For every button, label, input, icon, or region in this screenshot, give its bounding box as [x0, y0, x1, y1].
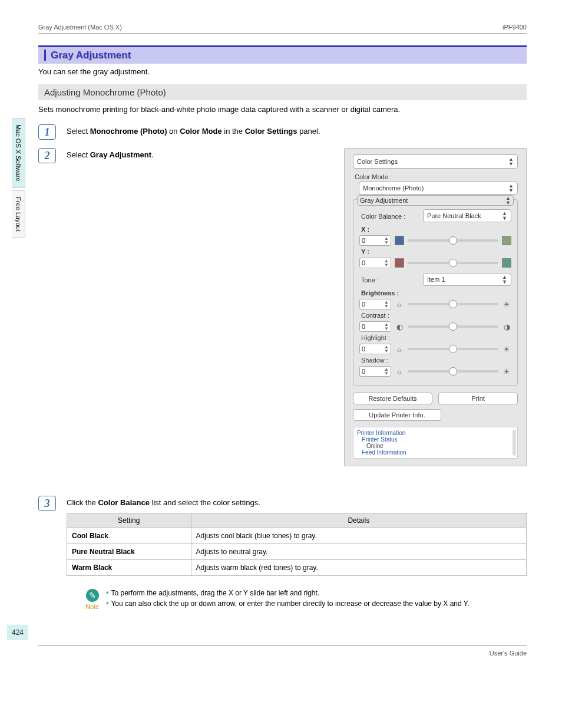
sun-dim-icon: ☼ — [395, 345, 404, 354]
updown-icon: ▲▼ — [502, 211, 507, 220]
header-left: Gray Adjustment (Mac OS X) — [38, 24, 122, 31]
panel-dropdown[interactable]: Color Settings▲▼ — [353, 154, 518, 169]
y-slider[interactable] — [408, 262, 498, 264]
x-label: X : — [361, 226, 511, 233]
side-tab-macosx[interactable]: Mac OS X Software — [12, 118, 25, 188]
step-2: 2 Color Settings▲▼ Color Mode : Monochro… — [38, 148, 527, 478]
updown-icon: ▲▼ — [508, 183, 514, 193]
cell-cool-black: Cool Black — [67, 528, 191, 544]
color-balance-label: Color Balance : — [361, 213, 405, 220]
feed-information: Feed Information — [357, 449, 514, 456]
color-mode-label: Color Mode : — [355, 173, 518, 180]
step-1: 1 Select Monochrome (Photo) on Color Mod… — [38, 124, 527, 140]
brightness-stepper[interactable]: 0▲▼ — [359, 299, 391, 309]
th-setting: Setting — [67, 513, 191, 528]
x-slider[interactable] — [408, 239, 498, 242]
sun-dim-icon: ☼ — [395, 300, 404, 309]
section-title: Gray Adjustment — [44, 50, 131, 61]
print-button[interactable]: Print — [438, 393, 518, 404]
cell-cool-black-desc: Adjusts cool black (blue tones) to gray. — [191, 528, 526, 544]
swatch-green — [502, 236, 511, 245]
table-row: Warm Black Adjusts warm black (red tones… — [67, 560, 527, 576]
update-printer-info-button[interactable]: Update Printer Info. — [353, 409, 441, 421]
shadow-slider[interactable] — [408, 370, 498, 373]
printer-information: Printer Information — [357, 430, 514, 436]
y-label: Y : — [361, 248, 511, 255]
updown-icon: ▲▼ — [508, 157, 514, 166]
note-label: ✎ Note — [85, 589, 99, 610]
printer-info-box: Printer Information Printer Status Onlin… — [353, 427, 518, 459]
side-tabs: Mac OS X Software Free Layout — [12, 118, 28, 240]
color-balance-table: Setting Details Cool Black Adjusts cool … — [67, 513, 527, 576]
gray-adjustment-group: Gray Adjustment▲▼ Color Balance : Pure N… — [353, 199, 518, 386]
brightness-label: Brightness : — [361, 289, 511, 297]
note-block: ✎ Note •To perform the adjustments, drag… — [85, 589, 527, 610]
page-header: Gray Adjustment (Mac OS X) iPF9400 — [38, 24, 527, 34]
side-tab-freelayout[interactable]: Free Layout — [12, 190, 25, 238]
swatch-red — [395, 258, 404, 268]
highlight-stepper[interactable]: 0▲▼ — [359, 344, 391, 354]
tone-select[interactable]: Item 1▲▼ — [423, 273, 511, 286]
note-word: Note — [85, 603, 99, 610]
section-title-bar: Gray Adjustment — [38, 45, 527, 64]
shadow-label: Shadow : — [361, 357, 511, 364]
x-stepper[interactable]: 0▲▼ — [359, 235, 391, 246]
cell-warm-black: Warm Black — [67, 560, 191, 576]
updown-icon: ▲▼ — [502, 275, 507, 284]
note-list: •To perform the adjustments, drag the X … — [106, 589, 469, 610]
subsection-title: Adjusting Monochrome (Photo) — [38, 84, 527, 100]
contrast-high-icon: ◑ — [502, 322, 511, 331]
tone-label: Tone : — [361, 276, 379, 284]
swatch-teal — [502, 258, 511, 268]
swatch-blue — [395, 236, 404, 245]
shadow-stepper[interactable]: 0▲▼ — [359, 366, 391, 377]
table-row: Cool Black Adjusts cool black (blue tone… — [67, 528, 527, 544]
contrast-label: Contrast : — [361, 312, 511, 319]
contrast-stepper[interactable]: 0▲▼ — [359, 321, 391, 332]
color-mode-select[interactable]: Monochrome (Photo)▲▼ — [359, 182, 518, 195]
scrollbar[interactable] — [513, 430, 516, 456]
table-header-row: Setting Details — [67, 513, 527, 528]
header-right: iPF9400 — [503, 24, 527, 31]
printer-status: Printer Status — [357, 436, 514, 443]
table-row: Pure Neutral Black Adjusts to neutral gr… — [67, 544, 527, 560]
page-number: 424 — [7, 625, 28, 640]
highlight-slider[interactable] — [408, 348, 498, 350]
highlight-label: Highlight : — [361, 334, 511, 341]
restore-defaults-button[interactable]: Restore Defaults — [353, 393, 432, 404]
subsection-desc: Sets monochrome printing for black-and-w… — [38, 105, 527, 114]
sun-dim-icon: ☼ — [395, 367, 404, 376]
color-settings-panel: Color Settings▲▼ Color Mode : Monochrome… — [344, 148, 527, 466]
cell-warm-black-desc: Adjusts warm black (red tones) to gray. — [191, 560, 526, 576]
sun-bright-icon: ☀ — [502, 367, 511, 376]
th-details: Details — [191, 513, 526, 528]
bullet-icon: • — [106, 589, 108, 597]
step-3-num: 3 — [38, 496, 56, 511]
sun-bright-icon: ☀ — [502, 300, 511, 309]
gray-adjustment-select[interactable]: Gray Adjustment▲▼ — [357, 195, 514, 206]
bullet-icon: • — [106, 599, 108, 608]
contrast-low-icon: ◐ — [395, 322, 404, 331]
contrast-slider[interactable] — [408, 325, 498, 328]
cell-pure-neutral: Pure Neutral Black — [67, 544, 191, 560]
updown-icon: ▲▼ — [505, 196, 511, 205]
step-3-text: Click the Color Balance list and select … — [67, 496, 527, 507]
footer: User's Guide — [38, 645, 527, 657]
printer-online: Online — [357, 443, 514, 449]
step-1-num: 1 — [38, 124, 56, 140]
step-1-text: Select Monochrome (Photo) on Color Mode … — [67, 124, 320, 136]
brightness-slider[interactable] — [408, 303, 498, 305]
note-icon: ✎ — [86, 589, 99, 602]
section-intro: You can set the gray adjustment. — [38, 67, 527, 76]
step-3: 3 Click the Color Balance list and selec… — [38, 496, 527, 576]
cell-pure-neutral-desc: Adjusts to neutral gray. — [191, 544, 526, 560]
y-stepper[interactable]: 0▲▼ — [359, 258, 391, 268]
color-balance-select[interactable]: Pure Neutral Black▲▼ — [423, 209, 511, 222]
step-2-num: 2 — [38, 148, 56, 163]
sun-bright-icon: ☀ — [502, 345, 511, 354]
